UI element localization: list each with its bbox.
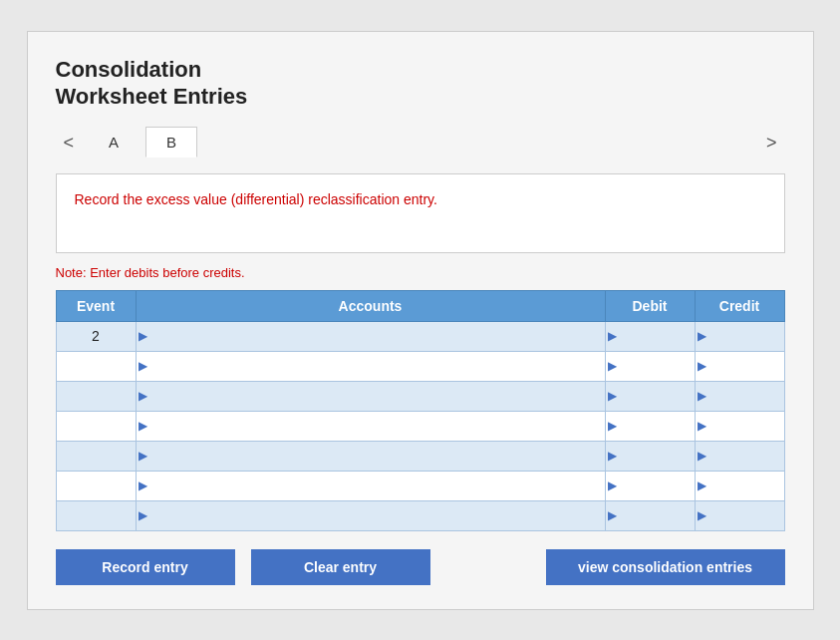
table-row-credit-1[interactable]: ▶ [695, 351, 784, 381]
table-row-debit-4[interactable]: ▶ [605, 441, 695, 471]
credit-input-1[interactable] [696, 352, 784, 380]
entry-table: Event Accounts Debit Credit 2▶▶▶▶▶▶▶▶▶▶▶… [56, 290, 785, 531]
debit-input-6[interactable] [606, 501, 695, 529]
account-input-2[interactable] [137, 382, 605, 410]
col-header-accounts: Accounts [136, 290, 605, 321]
account-input-5[interactable] [137, 472, 605, 499]
tabs-row: < A B > [56, 127, 785, 158]
credit-input-4[interactable] [696, 442, 784, 470]
account-input-6[interactable] [137, 501, 605, 529]
table-row-account-4[interactable]: ▶ [136, 441, 605, 471]
table-row-event-3 [56, 411, 136, 441]
account-input-4[interactable] [137, 442, 605, 470]
table-row-event-0: 2 [56, 321, 136, 351]
record-entry-button[interactable]: Record entry [56, 549, 235, 585]
table-row-account-3[interactable]: ▶ [136, 411, 605, 441]
debit-input-3[interactable] [606, 412, 695, 440]
table-row-credit-3[interactable]: ▶ [695, 411, 784, 441]
buttons-row: Record entry Clear entry view consolidat… [56, 549, 785, 585]
table-row-debit-5[interactable]: ▶ [605, 471, 695, 500]
main-card: Consolidation Worksheet Entries < A B > … [27, 31, 814, 610]
table-row-debit-1[interactable]: ▶ [605, 351, 695, 381]
table-row-credit-5[interactable]: ▶ [695, 471, 784, 500]
debit-input-4[interactable] [606, 442, 695, 470]
table-row-credit-2[interactable]: ▶ [695, 381, 784, 411]
tab-b[interactable]: B [145, 127, 197, 158]
page-title: Consolidation Worksheet Entries [56, 56, 785, 111]
instruction-text: Record the excess value (differential) r… [75, 191, 437, 207]
table-row-event-1 [56, 351, 136, 381]
table-row-account-1[interactable]: ▶ [136, 351, 605, 381]
next-tab-arrow[interactable]: > [758, 129, 785, 158]
table-row-debit-2[interactable]: ▶ [605, 381, 695, 411]
table-row-event-5 [56, 471, 136, 500]
table-row-account-0[interactable]: ▶ [136, 321, 605, 351]
table-row-event-2 [56, 381, 136, 411]
table-row-account-5[interactable]: ▶ [136, 471, 605, 500]
instruction-box: Record the excess value (differential) r… [56, 173, 785, 253]
table-row-account-6[interactable]: ▶ [136, 500, 605, 530]
credit-input-3[interactable] [696, 412, 784, 440]
prev-tab-arrow[interactable]: < [56, 129, 83, 158]
debit-input-5[interactable] [606, 472, 695, 499]
tab-a[interactable]: A [88, 127, 140, 158]
debit-input-0[interactable] [606, 322, 695, 350]
credit-input-2[interactable] [696, 382, 784, 410]
table-row-credit-4[interactable]: ▶ [695, 441, 784, 471]
account-input-0[interactable] [137, 322, 605, 350]
col-header-credit: Credit [695, 290, 784, 321]
credit-input-0[interactable] [696, 322, 784, 350]
table-row-debit-6[interactable]: ▶ [605, 500, 695, 530]
col-header-debit: Debit [605, 290, 695, 321]
table-row-credit-6[interactable]: ▶ [695, 500, 784, 530]
table-row-debit-0[interactable]: ▶ [605, 321, 695, 351]
table-row-event-4 [56, 441, 136, 471]
clear-entry-button[interactable]: Clear entry [251, 549, 430, 585]
view-consolidation-button[interactable]: view consolidation entries [546, 549, 785, 585]
credit-input-6[interactable] [696, 501, 784, 529]
account-input-1[interactable] [137, 352, 605, 380]
note-text: Note: Enter debits before credits. [56, 265, 785, 280]
table-row-credit-0[interactable]: ▶ [695, 321, 784, 351]
table-row-account-2[interactable]: ▶ [136, 381, 605, 411]
debit-input-2[interactable] [606, 382, 695, 410]
table-row-debit-3[interactable]: ▶ [605, 411, 695, 441]
debit-input-1[interactable] [606, 352, 695, 380]
account-input-3[interactable] [137, 412, 605, 440]
col-header-event: Event [56, 290, 136, 321]
credit-input-5[interactable] [696, 472, 784, 499]
table-row-event-6 [56, 500, 136, 530]
